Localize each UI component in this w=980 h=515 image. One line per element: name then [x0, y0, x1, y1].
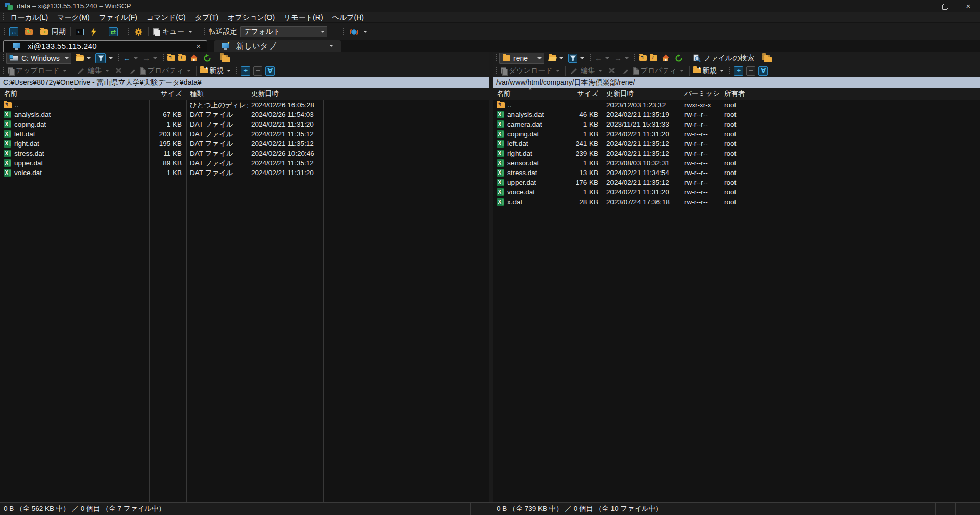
remote-new-dropdown-icon[interactable]	[720, 70, 724, 72]
local-filter-button[interactable]	[94, 53, 116, 64]
tab-close-icon[interactable]: ×	[196, 42, 201, 51]
column-header-1[interactable]: サイズ	[149, 89, 186, 99]
synchronize-button[interactable]: ➔ 同期	[36, 25, 68, 38]
local-home-directory-button[interactable]	[187, 53, 201, 64]
column-header-2[interactable]: 種類	[186, 89, 248, 99]
remote-open-directory-dropdown-icon[interactable]	[559, 57, 564, 59]
local-new-button[interactable]: ✦ 新規	[199, 65, 234, 77]
remote-open-directory-button[interactable]	[547, 53, 567, 64]
file-row[interactable]: Xcoping.dat1 KBDAT ファイル2024/02/21 11:31:…	[0, 119, 489, 129]
remote-filter-button[interactable]	[567, 53, 587, 64]
local-forward-button[interactable]: →	[141, 53, 160, 64]
remote-directory-combobox[interactable]: rene	[499, 53, 544, 64]
remote-edit-button[interactable]: 編集	[568, 65, 605, 77]
console-button[interactable]	[86, 25, 102, 38]
new-session-dropdown-icon[interactable]	[363, 31, 368, 33]
remote-path-bar[interactable]: /var/www/html/company/日本海倶楽部/rene/	[493, 77, 980, 88]
column-header-1[interactable]: サイズ	[569, 89, 603, 99]
file-row[interactable]: Xcamera.dat1 KB2023/11/21 15:31:33rw-r--…	[493, 119, 980, 129]
remote-delete-button[interactable]	[605, 65, 619, 77]
tab-session[interactable]: xi@133.55.115.240 ×	[3, 40, 207, 52]
remote-back-button[interactable]: ←	[593, 53, 612, 64]
menu-item[interactable]: ヘルプ(H)	[328, 12, 369, 23]
file-row[interactable]: Xright.dat239 KB2024/02/21 11:35:12rw-r-…	[493, 149, 980, 158]
menu-item[interactable]: オプション(O)	[223, 12, 279, 23]
file-row[interactable]: Xstress.dat13 KB2024/02/21 11:34:54rw-r-…	[493, 168, 980, 178]
remote-forward-button[interactable]: →	[612, 53, 632, 64]
transfer-preset-dropdown-icon[interactable]	[321, 31, 325, 33]
menu-item[interactable]: リモート(R)	[279, 12, 327, 23]
file-row[interactable]: Xsensor.dat1 KB2023/08/03 10:32:31rw-r--…	[493, 158, 980, 168]
remote-new-button[interactable]: ✦ 新規	[692, 65, 727, 77]
transfer-preset-combobox[interactable]: デフォルト	[240, 26, 327, 37]
new-session-button[interactable]	[347, 25, 372, 38]
local-refresh-button[interactable]	[201, 53, 214, 64]
file-row[interactable]: Xx.dat28 KB2023/07/24 17:36:18rw-r--r--r…	[493, 197, 980, 207]
remote-properties-dropdown-icon[interactable]	[680, 70, 684, 72]
tab-new-session[interactable]: 新しいタブ	[214, 40, 341, 52]
column-header-3[interactable]: パーミッション	[681, 89, 721, 99]
upload-button[interactable]: アップロード	[6, 65, 70, 77]
remote-rename-button[interactable]	[619, 65, 632, 77]
file-row[interactable]: Xleft.dat203 KBDAT ファイル2024/02/21 11:35:…	[0, 129, 489, 139]
open-directory-dropdown-icon[interactable]	[87, 57, 91, 59]
local-new-dropdown-icon[interactable]	[227, 70, 231, 72]
remote-select-add-button[interactable]: +	[732, 65, 745, 77]
panel-splitter[interactable]	[489, 52, 493, 502]
file-row[interactable]: Xleft.dat241 KB2024/02/21 11:35:12rw-r--…	[493, 139, 980, 149]
local-edit-button[interactable]: 編集	[75, 65, 112, 77]
file-row[interactable]: ↰..2023/12/03 1:23:32rwxr-xr-xroot	[493, 100, 980, 110]
column-header-4[interactable]: 所有者	[721, 89, 753, 99]
file-row[interactable]: Xvoice.dat1 KB2024/02/21 11:31:20rw-r--r…	[493, 187, 980, 197]
local-select-add-button[interactable]: +	[239, 65, 252, 77]
file-row[interactable]: Xanalysis.dat46 KB2024/02/21 11:35:19rw-…	[493, 110, 980, 119]
back-dropdown-icon[interactable]	[134, 57, 138, 59]
local-parent-directory-button[interactable]: ↰	[166, 53, 177, 64]
file-row[interactable]: ↰..ひとつ上のディレクトリ2024/02/26 16:05:28	[0, 100, 489, 110]
local-edit-dropdown-icon[interactable]	[105, 70, 109, 72]
close-button[interactable]: ×	[957, 0, 980, 12]
remote-directory-dropdown-icon[interactable]	[537, 57, 542, 59]
local-path-bar[interactable]: C:¥Users¥8072y¥OneDrive - 富山県立大学¥実験データ¥d…	[0, 77, 489, 88]
download-dropdown-icon[interactable]	[556, 70, 560, 72]
file-row[interactable]: Xupper.dat176 KB2024/02/21 11:35:12rw-r-…	[493, 178, 980, 187]
column-header-3[interactable]: 更新日時	[248, 89, 323, 99]
remote-back-dropdown-icon[interactable]	[605, 57, 609, 59]
local-root-directory-button[interactable]: /	[177, 53, 187, 64]
local-drive-dropdown-icon[interactable]	[65, 57, 69, 59]
forward-dropdown-icon[interactable]	[153, 57, 157, 59]
local-invert-selection-button[interactable]: ∀	[264, 65, 276, 77]
filter-dropdown-icon[interactable]	[109, 57, 113, 59]
remote-home-directory-button[interactable]	[659, 53, 672, 64]
remote-select-remove-button[interactable]: −	[745, 65, 757, 77]
menu-item[interactable]: マーク(M)	[53, 12, 94, 23]
local-open-directory-button[interactable]	[75, 53, 94, 64]
remote-forward-dropdown-icon[interactable]	[625, 57, 629, 59]
menu-item[interactable]: ローカル(L)	[6, 12, 53, 23]
panel-layout-button[interactable]: ↔	[7, 25, 21, 38]
upload-dropdown-icon[interactable]	[63, 70, 67, 72]
local-rename-button[interactable]	[126, 65, 139, 77]
sync-browsing-button[interactable]: ↻	[21, 25, 36, 38]
file-row[interactable]: Xupper.dat89 KBDAT ファイル2024/02/21 11:35:…	[0, 158, 489, 168]
column-header-0[interactable]: 名前	[0, 89, 149, 99]
file-row[interactable]: Xright.dat195 KBDAT ファイル2024/02/21 11:35…	[0, 139, 489, 149]
restore-button[interactable]	[933, 0, 957, 12]
local-drive-combobox[interactable]: C: Windows	[6, 53, 71, 64]
remote-refresh-button[interactable]	[672, 53, 685, 64]
remote-root-directory-button[interactable]: /	[648, 53, 659, 64]
local-properties-dropdown-icon[interactable]	[187, 70, 191, 72]
remote-invert-selection-button[interactable]: ∀	[757, 65, 769, 77]
queue-button[interactable]: キュー	[151, 25, 197, 38]
remote-directory-tree-button[interactable]	[761, 53, 773, 64]
file-row[interactable]: Xcoping.dat1 KB2024/02/21 11:31:20rw-r--…	[493, 129, 980, 139]
local-directory-tree-button[interactable]	[218, 53, 231, 64]
find-files-button[interactable]: ファイルの検索	[690, 53, 756, 64]
remote-parent-directory-button[interactable]: ↰	[638, 53, 648, 64]
local-delete-button[interactable]	[112, 65, 126, 77]
remote-filter-dropdown-icon[interactable]	[580, 57, 584, 59]
preferences-button[interactable]	[131, 25, 146, 38]
local-properties-button[interactable]: プロパティ	[139, 65, 194, 77]
new-tab-dropdown-icon[interactable]	[329, 45, 333, 47]
file-row[interactable]: Xvoice.dat1 KBDAT ファイル2024/02/21 11:31:2…	[0, 168, 489, 178]
